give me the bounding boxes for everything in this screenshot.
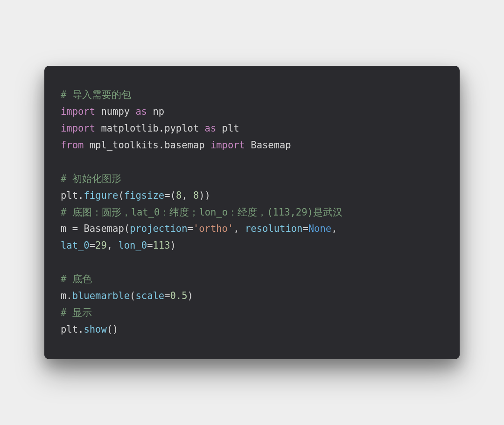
code-line: from mpl_toolkits.basemap import Basemap: [61, 139, 291, 151]
code-line: m = Basemap(projection='ortho', resoluti…: [61, 223, 337, 234]
code-line: lat_0=29, lon_0=113): [61, 240, 176, 251]
code-line: plt.show(): [61, 324, 118, 335]
code-line: import matplotlib.pyplot as plt: [61, 123, 239, 134]
comment-line: # 底色: [61, 273, 92, 285]
code-content: # 导入需要的包 import numpy as np import matpl…: [61, 87, 443, 338]
code-line: import numpy as np: [61, 106, 164, 117]
code-block: # 导入需要的包 import numpy as np import matpl…: [44, 66, 460, 359]
comment-line: # 底图：圆形，lat_0：纬度；lon_o：经度，(113,29)是武汉: [61, 207, 343, 218]
comment-line: # 显示: [61, 307, 92, 318]
code-line: plt.figure(figsize=(8, 8)): [61, 190, 210, 201]
comment-line: # 导入需要的包: [61, 89, 131, 100]
code-line: m.bluemarble(scale=0.5): [61, 290, 193, 301]
comment-line: # 初始化图形: [61, 173, 121, 184]
